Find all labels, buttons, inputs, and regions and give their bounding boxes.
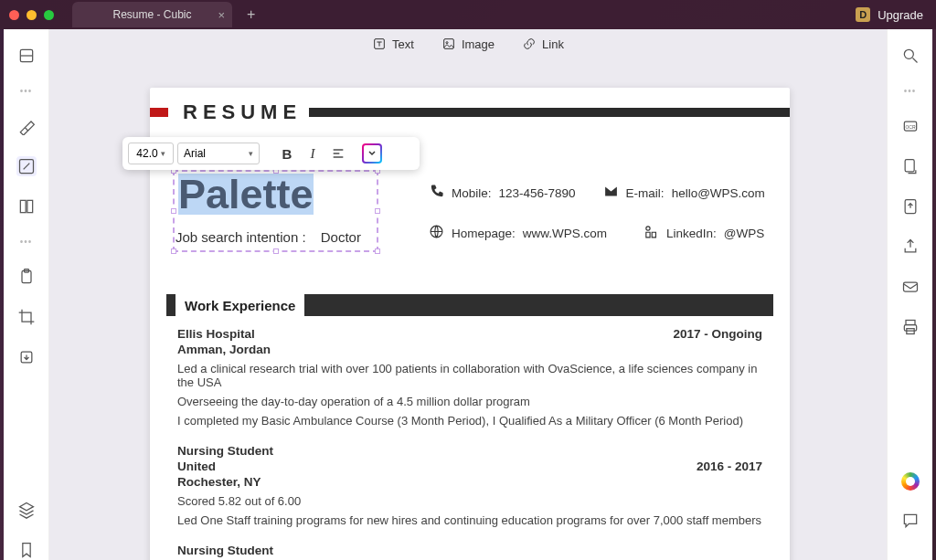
convert-icon[interactable] — [900, 156, 920, 176]
job-label: Job search intention : — [176, 229, 306, 245]
document-canvas[interactable]: Text Image Link 42.0 ▾ Arial ▾ B I — [49, 29, 887, 560]
text-edit-toolbar: 42.0 ▾ Arial ▾ B I — [122, 137, 420, 170]
insert-image-button[interactable]: Image — [441, 37, 495, 51]
name-text[interactable]: Palette — [178, 174, 314, 215]
chevron-down-icon: ▾ — [249, 149, 253, 158]
minimize-window[interactable] — [27, 10, 37, 20]
ai-assistant-icon[interactable] — [901, 472, 920, 491]
highlighter-icon[interactable] — [16, 116, 37, 136]
contact-value: @WPS — [724, 227, 764, 240]
resize-handle[interactable] — [375, 248, 380, 254]
layers-icon[interactable] — [16, 500, 37, 520]
entry-title: Ellis Hospital — [177, 327, 255, 341]
mail-icon[interactable] — [900, 277, 920, 297]
page-layout-icon[interactable] — [16, 196, 37, 217]
insert-text-button[interactable]: Text — [372, 37, 414, 51]
font-color-button[interactable] — [362, 143, 382, 164]
print-icon[interactable] — [900, 317, 920, 337]
contact-value: hello@WPS.com — [672, 186, 765, 200]
contact-label: Homepage: — [452, 227, 516, 240]
document-tab[interactable]: Resume - Cubic × — [72, 2, 232, 27]
app-body: ••• ••• Text Image Link — [4, 29, 932, 560]
font-size-value: 42.0 — [136, 147, 157, 160]
resize-handle[interactable] — [171, 248, 176, 254]
titlebar: Resume - Cubic × + D Upgrade — [0, 0, 936, 29]
export-icon[interactable] — [900, 196, 920, 217]
user-avatar[interactable]: D — [856, 7, 870, 22]
entry-bullet: Overseeing the day-to-day operation of a… — [177, 395, 762, 408]
entry-location: Amman, Jordan — [177, 343, 762, 356]
search-icon[interactable] — [900, 46, 920, 66]
banner-bar — [309, 108, 790, 117]
resize-handle[interactable] — [171, 208, 176, 214]
svg-point-16 — [904, 49, 913, 58]
new-tab-button[interactable]: + — [241, 6, 261, 23]
entry-org: United — [177, 460, 216, 473]
bold-button[interactable]: B — [276, 143, 298, 164]
globe-icon — [429, 224, 444, 242]
insert-link-button[interactable]: Link — [522, 37, 564, 51]
separator-dots: ••• — [20, 86, 33, 96]
maximize-window[interactable] — [44, 10, 54, 20]
svg-rect-23 — [906, 321, 915, 325]
left-sidebar: ••• ••• — [4, 29, 49, 560]
entry-title: Nursing Student — [177, 444, 762, 458]
contact-block: Mobile: 123-456-7890 E-mail: hello@WPS.c… — [429, 184, 767, 264]
entry-bullet: I completed my Basic Ambulance Course (3… — [177, 414, 762, 428]
contact-linkedin: LinkedIn: @WPS — [644, 224, 764, 242]
svg-rect-3 — [20, 200, 26, 212]
banner-accent — [150, 108, 168, 117]
contact-value: www.WPS.com — [523, 227, 607, 240]
entry-title: Nursing Student — [177, 544, 762, 557]
contact-label: Mobile: — [452, 186, 492, 200]
font-family-select[interactable]: Arial ▾ — [177, 143, 260, 164]
separator-dots: ••• — [20, 237, 33, 247]
job-intention: Job search intention : Doctor — [176, 229, 361, 245]
italic-button[interactable]: I — [302, 143, 324, 164]
contact-label: LinkedIn: — [666, 227, 717, 240]
resume-banner: RESUME — [150, 104, 790, 121]
work-entry: Nursing Student First Call Staffing 2015… — [177, 544, 762, 560]
entry-bullet: Led a clinical research trial with over … — [177, 362, 762, 389]
work-entry: Nursing Student United 2016 - 2017 Roche… — [177, 444, 762, 527]
clipboard-icon[interactable] — [16, 267, 37, 287]
qt-label: Text — [392, 37, 414, 51]
contact-homepage: Homepage: www.WPS.com — [429, 224, 607, 242]
chevron-down-icon: ▾ — [161, 149, 165, 158]
close-window[interactable] — [9, 10, 19, 20]
banner-title: RESUME — [176, 100, 309, 124]
edit-text-icon[interactable] — [16, 156, 37, 176]
extract-icon[interactable] — [16, 347, 37, 367]
entry-dates: 2017 - Ongoing — [673, 327, 762, 341]
resize-handle[interactable] — [375, 208, 380, 214]
job-value: Doctor — [321, 229, 361, 245]
svg-text:OCR: OCR — [905, 124, 916, 130]
svg-point-15 — [646, 227, 650, 230]
crop-icon[interactable] — [16, 307, 37, 327]
work-entries: Ellis Hospital 2017 - Ongoing Amman, Jor… — [177, 327, 762, 560]
share-icon[interactable] — [900, 237, 920, 257]
entry-bullet: Led One Staff training programs for new … — [177, 513, 762, 527]
comment-icon[interactable] — [900, 511, 920, 531]
svg-rect-9 — [444, 39, 454, 49]
ocr-icon[interactable]: OCR — [900, 116, 920, 136]
resize-handle[interactable] — [273, 248, 279, 254]
section-title: Work Experience — [176, 294, 304, 316]
upgrade-button[interactable]: Upgrade — [878, 8, 923, 22]
qt-label: Image — [462, 37, 495, 51]
work-entry: Ellis Hospital 2017 - Ongoing Amman, Jor… — [177, 327, 762, 428]
close-tab-icon[interactable]: × — [218, 8, 225, 22]
right-sidebar: ••• OCR — [887, 29, 932, 560]
align-button[interactable] — [327, 143, 349, 164]
svg-point-10 — [446, 42, 448, 44]
entry-dates: 2016 - 2017 — [697, 460, 762, 473]
thumbnails-icon[interactable] — [16, 46, 37, 66]
quick-toolbar: Text Image Link — [49, 37, 887, 51]
font-family-value: Arial — [184, 147, 206, 160]
bookmark-icon[interactable] — [16, 540, 37, 560]
window-controls — [0, 10, 54, 20]
linkedin-icon — [644, 224, 659, 242]
entry-bullet: Scored 5.82 out of 6.00 — [177, 494, 762, 508]
phone-icon — [429, 184, 444, 202]
font-size-select[interactable]: 42.0 ▾ — [128, 143, 174, 164]
